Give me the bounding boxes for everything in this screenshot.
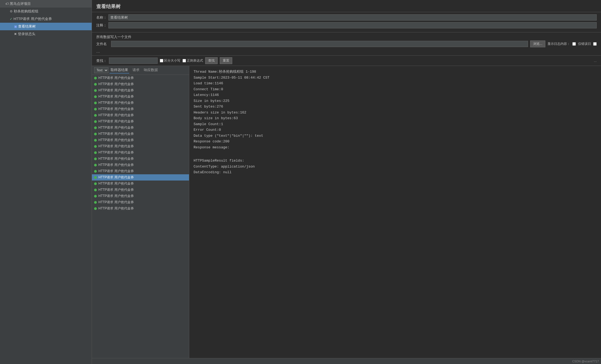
- status-circle: [94, 170, 97, 173]
- status-circle: [94, 195, 97, 198]
- login-header-label: 登录状态头: [18, 32, 35, 36]
- status-circle: [94, 108, 97, 111]
- result-item-label: HTTP请求 用户抢代金券: [98, 88, 134, 93]
- reset-button[interactable]: 重置: [220, 57, 232, 64]
- detail-line: Body size in bytes:63: [194, 116, 597, 121]
- result-item[interactable]: HTTP请求 用户抢代金券: [92, 174, 189, 181]
- format-selector[interactable]: Text: [94, 67, 108, 73]
- result-item[interactable]: HTTP请求 用户抢代金券: [92, 112, 189, 118]
- result-item[interactable]: HTTP请求 用户抢代金券: [92, 181, 189, 187]
- result-item[interactable]: HTTP请求 用户抢代金券: [92, 162, 189, 168]
- case-sensitive-checkbox[interactable]: [160, 59, 163, 62]
- status-circle: [94, 151, 97, 154]
- only-error-label: 仅错误日: [578, 42, 591, 46]
- detail-line: Load time:1146: [194, 81, 597, 86]
- result-item[interactable]: HTTP请求 用户抢代金券: [92, 137, 189, 143]
- result-item[interactable]: HTTP请求 用户抢代金券: [92, 100, 189, 106]
- result-item[interactable]: HTTP请求 用户抢代金券: [92, 187, 189, 193]
- browse-button[interactable]: 浏览...: [530, 41, 545, 47]
- wrench-icon: ✖: [14, 32, 17, 36]
- result-item[interactable]: HTTP请求 用户抢代金券: [92, 93, 189, 100]
- status-circle: [94, 89, 97, 92]
- dots1: ...: [96, 48, 597, 54]
- detail-line: Thread Name:秒杀抢购线程组 1-198: [194, 69, 597, 75]
- result-item[interactable]: HTTP请求 用户抢代金券: [92, 156, 189, 162]
- tab-request[interactable]: 请求: [131, 67, 141, 74]
- view-result-tree-label: 查看结果树: [18, 24, 36, 29]
- result-item[interactable]: HTTP请求 用户抢代金券: [92, 125, 189, 131]
- status-circle: [94, 133, 97, 135]
- result-item-label: HTTP请求 用户抢代金券: [98, 150, 134, 155]
- result-item-label: HTTP请求 用户抢代金券: [98, 138, 134, 142]
- result-item-label: HTTP请求 用户抢代金券: [98, 94, 134, 99]
- status-circle: [94, 145, 97, 148]
- status-circle: [94, 77, 97, 79]
- footer-credit: CSDN @vcaml7717: [572, 360, 599, 363]
- file-path-input[interactable]: [111, 41, 528, 47]
- detail-panel: Thread Name:秒杀抢购线程组 1-198Sample Start:20…: [189, 66, 601, 358]
- display-log-checkbox[interactable]: [572, 42, 576, 46]
- regex-checkbox[interactable]: [182, 59, 186, 62]
- detail-line: Headers size in bytes:162: [194, 110, 597, 115]
- find-button[interactable]: 查找: [205, 57, 218, 64]
- tab-response-data[interactable]: 响应数据: [143, 67, 159, 74]
- result-item[interactable]: HTTP请求 用户抢代金券: [92, 81, 189, 87]
- result-item[interactable]: HTTP请求 用户抢代金券: [92, 199, 189, 205]
- sidebar-item-view-result-tree[interactable]: ▣ 查看结果树: [0, 23, 92, 30]
- detail-line: [194, 151, 597, 154]
- result-item[interactable]: HTTP请求 用户抢代金券: [92, 143, 189, 149]
- footer: CSDN @vcaml7717: [92, 358, 601, 364]
- result-item[interactable]: HTTP请求 用户抢代金券: [92, 118, 189, 125]
- result-list-tabs: 取样器结果 请求 响应数据: [109, 67, 159, 74]
- result-item[interactable]: HTTP请求 用户抢代金券: [92, 205, 189, 212]
- status-circle: [94, 182, 97, 185]
- status-circle: [94, 102, 97, 104]
- result-item-label: HTTP请求 用户抢代金券: [98, 119, 134, 124]
- result-item-label: HTTP请求 用户抢代金券: [98, 125, 134, 130]
- result-item-label: HTTP请求 用户抢代金券: [98, 76, 134, 80]
- file-input-row: 文件名 浏览... 显示日志内容： 仅错误日: [96, 41, 597, 47]
- tab-sampler-result[interactable]: 取样器结果: [109, 67, 129, 74]
- result-item-label: HTTP请求 用户抢代金券: [98, 101, 134, 105]
- result-item-label: HTTP请求 用户抢代金券: [98, 107, 134, 111]
- name-label: 名称：: [96, 15, 108, 20]
- detail-line: DataEncoding: null: [194, 170, 597, 175]
- sidebar-item-thread-group[interactable]: ⚙ 秒杀抢购线程组: [0, 8, 92, 15]
- result-item[interactable]: HTTP请求 用户抢代金券: [92, 193, 189, 199]
- detail-line: Sample Start:2023-05-11 08:44:42 CST: [194, 75, 597, 81]
- result-item[interactable]: HTTP请求 用户抢代金券: [92, 87, 189, 93]
- result-item-label: HTTP请求 用户抢代金券: [98, 113, 134, 118]
- write-file-label: 所有数据写入一个文件: [96, 34, 597, 41]
- result-item[interactable]: HTTP请求 用户抢代金券: [92, 168, 189, 174]
- regex-label: 正则表达式: [187, 58, 203, 63]
- check-icon: ✓: [10, 17, 12, 21]
- sidebar-item-project[interactable]: 🏷 黑马点评项目: [0, 0, 92, 8]
- regex-item: 正则表达式: [182, 58, 203, 63]
- result-item[interactable]: HTTP请求 用户抢代金券: [92, 149, 189, 156]
- comment-input[interactable]: [108, 22, 597, 28]
- thread-group-label: 秒杀抢购线程组: [14, 9, 38, 14]
- result-item-label: HTTP请求 用户抢代金券: [98, 132, 134, 136]
- status-circle: [94, 114, 97, 117]
- status-circle: [94, 158, 97, 160]
- result-item-label: HTTP请求 用户抢代金券: [98, 194, 134, 198]
- result-item[interactable]: HTTP请求 用户抢代金券: [92, 106, 189, 112]
- form-section: 名称： 注释：: [92, 12, 601, 32]
- detail-line: HTTPSampleResult fields:: [194, 158, 597, 163]
- sidebar-item-login-header[interactable]: ✖ 登录状态头: [0, 30, 92, 38]
- display-log-label: 显示日志内容：: [547, 42, 570, 46]
- detail-line: Error Count:0: [194, 127, 597, 133]
- result-item-label: HTTP请求 用户抢代金券: [98, 206, 134, 211]
- search-input[interactable]: [109, 58, 158, 64]
- status-circle: [94, 201, 97, 204]
- result-item-label: HTTP请求 用户抢代金券: [98, 82, 134, 86]
- result-item[interactable]: HTTP请求 用户抢代金券: [92, 131, 189, 137]
- result-item[interactable]: HTTP请求 用户抢代金券: [92, 75, 189, 81]
- comment-row: 注释：: [96, 22, 597, 28]
- name-input[interactable]: [108, 14, 597, 21]
- status-circle: [94, 176, 97, 179]
- only-error-checkbox[interactable]: [593, 42, 597, 46]
- sidebar-item-http-request-group[interactable]: ✓ HTTP请求 用户抢代金券: [0, 15, 92, 23]
- comment-label: 注释：: [96, 23, 108, 28]
- sidebar: 🏷 黑马点评项目 ⚙ 秒杀抢购线程组 ✓ HTTP请求 用户抢代金券 ▣ 查看结…: [0, 0, 92, 364]
